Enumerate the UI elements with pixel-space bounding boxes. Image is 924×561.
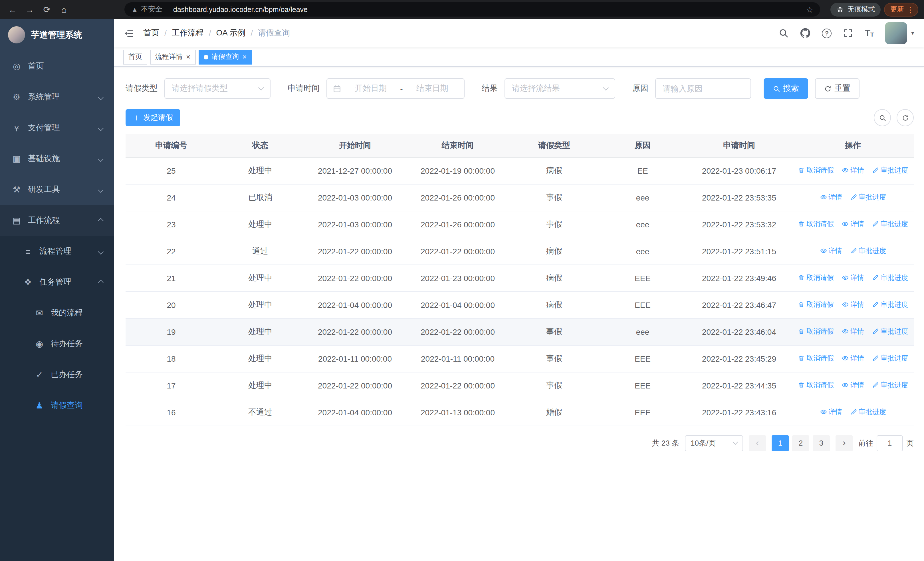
font-size-icon[interactable]: TT (865, 29, 874, 38)
progress-link[interactable]: 审批进度 (872, 381, 908, 390)
eye-icon (820, 194, 827, 201)
trash-icon (798, 167, 805, 174)
breadcrumb-item[interactable]: OA 示例 (216, 28, 246, 38)
calendar-icon (333, 84, 341, 93)
column-header-id: 申请编号 (126, 134, 217, 157)
cell-reason: eee (599, 238, 686, 265)
result-select[interactable]: 请选择流结果 (504, 78, 615, 99)
sidebar-item-my-process[interactable]: ✉我的流程 (0, 298, 114, 328)
reload-icon[interactable]: ⟳ (40, 3, 54, 16)
help-icon[interactable]: ? (822, 28, 831, 38)
create-leave-button[interactable]: 发起请假 (126, 109, 180, 126)
page-button-3[interactable]: 3 (813, 435, 830, 451)
reason-input[interactable] (655, 78, 751, 99)
edit-icon (872, 328, 879, 335)
sidebar-item-payment[interactable]: ¥支付管理 (0, 113, 114, 143)
cancel-link[interactable]: 取消请假 (798, 273, 834, 283)
refresh-icon (902, 114, 909, 122)
forward-icon[interactable]: → (23, 3, 36, 16)
cancel-link[interactable]: 取消请假 (798, 381, 834, 390)
bookmark-star-icon[interactable]: ☆ (806, 5, 813, 14)
cell-id: 18 (126, 345, 217, 372)
sidebar-item-leave-query[interactable]: ♟请假查询 (0, 390, 114, 421)
cell-reason: EEE (599, 265, 686, 291)
prev-page-button[interactable]: ‹ (749, 435, 766, 451)
detail-link[interactable]: 详情 (842, 165, 864, 175)
progress-link[interactable]: 审批进度 (872, 327, 908, 337)
sidebar-item-process-mgmt[interactable]: ≡流程管理 (0, 236, 114, 267)
cell-end: 2022-01-23 00:00:00 (406, 265, 509, 291)
chevron-down-icon (732, 439, 738, 445)
progress-link[interactable]: 审批进度 (850, 193, 886, 202)
sidebar-item-home[interactable]: ◎首页 (0, 51, 114, 82)
detail-link[interactable]: 详情 (820, 407, 842, 417)
address-bar[interactable]: ▲ 不安全 dashboard.yudao.iocoder.cn/bpm/oa/… (124, 2, 820, 17)
detail-link[interactable]: 详情 (820, 246, 842, 256)
detail-link[interactable]: 详情 (842, 327, 864, 337)
search-button[interactable]: 搜索 (764, 78, 808, 99)
chevron-left-icon: ‹ (756, 438, 759, 447)
update-button[interactable]: 更新 ⋮ (884, 3, 918, 16)
sidebar-item-done-tasks[interactable]: ✓已办任务 (0, 359, 114, 390)
cancel-link[interactable]: 取消请假 (798, 165, 834, 175)
detail-link[interactable]: 详情 (842, 220, 864, 229)
detail-link[interactable]: 详情 (842, 381, 864, 390)
sidebar-item-label: 研发工具 (28, 185, 60, 195)
leave-type-select[interactable]: 请选择请假类型 (164, 78, 270, 99)
progress-link[interactable]: 审批进度 (850, 246, 886, 256)
progress-link[interactable]: 审批进度 (872, 220, 908, 229)
progress-link[interactable]: 审批进度 (872, 273, 908, 283)
page-button-2[interactable]: 2 (792, 435, 809, 451)
close-icon[interactable]: × (242, 53, 246, 60)
caret-down-icon: ▼ (910, 30, 915, 36)
progress-link[interactable]: 审批进度 (872, 353, 908, 363)
sidebar-item-devtools[interactable]: ⚒研发工具 (0, 174, 114, 205)
detail-link[interactable]: 详情 (820, 193, 842, 202)
cancel-link[interactable]: 取消请假 (798, 220, 834, 229)
sidebar-item-workflow[interactable]: ▤工作流程 (0, 205, 114, 236)
sidebar-item-system[interactable]: ⚙系统管理 (0, 82, 114, 113)
progress-link[interactable]: 审批进度 (872, 165, 908, 175)
sidebar-item-todo-tasks[interactable]: ◉待办任务 (0, 328, 114, 359)
home-icon[interactable]: ⌂ (57, 3, 71, 16)
progress-link[interactable]: 审批进度 (850, 407, 886, 417)
github-icon[interactable] (800, 28, 810, 38)
back-icon[interactable]: ← (6, 3, 20, 16)
sidebar-item-infrastructure[interactable]: ▣基础设施 (0, 143, 114, 174)
next-page-button[interactable]: › (836, 435, 853, 451)
user-menu[interactable]: ▼ (885, 22, 915, 44)
detail-link[interactable]: 详情 (842, 273, 864, 283)
tab-home[interactable]: 首页 (123, 50, 147, 64)
cell-actions: 取消请假详情审批进度 (792, 265, 914, 291)
toggle-search-button[interactable] (874, 109, 891, 126)
logo[interactable]: 芋道管理系统 (0, 19, 114, 51)
cell-type: 病假 (509, 265, 599, 291)
goto-page-input[interactable] (877, 435, 903, 451)
apply-time-range-picker[interactable]: 开始日期 - 结束日期 (327, 78, 465, 99)
page-size-select[interactable]: 10条/页 (685, 435, 743, 451)
tags-bar: 首页流程详情×请假查询× (114, 47, 924, 67)
kebab-menu-icon[interactable]: ⋮ (906, 5, 914, 14)
cancel-link[interactable]: 取消请假 (798, 353, 834, 363)
search-icon[interactable] (778, 28, 789, 38)
tab-leave-query[interactable]: 请假查询× (198, 50, 252, 64)
progress-link[interactable]: 审批进度 (872, 300, 908, 310)
reset-button[interactable]: 重置 (815, 78, 860, 99)
breadcrumb-item[interactable]: 工作流程 (172, 28, 204, 38)
cell-applied: 2022-01-22 23:44:35 (686, 372, 792, 399)
detail-link[interactable]: 详情 (842, 353, 864, 363)
security-label: 不安全 (141, 5, 162, 14)
close-icon[interactable]: × (186, 53, 190, 60)
refresh-table-button[interactable] (897, 109, 914, 126)
sidebar-toggle-icon[interactable] (123, 28, 134, 39)
page-button-1[interactable]: 1 (772, 435, 789, 451)
sidebar-item-task-mgmt[interactable]: ❖任务管理 (0, 267, 114, 298)
cancel-link[interactable]: 取消请假 (798, 327, 834, 337)
detail-link[interactable]: 详情 (842, 300, 864, 310)
cancel-link[interactable]: 取消请假 (798, 300, 834, 310)
breadcrumb-item[interactable]: 首页 (143, 28, 159, 38)
result-placeholder: 请选择流结果 (512, 83, 560, 94)
fullscreen-icon[interactable] (843, 28, 853, 38)
tab-process-detail[interactable]: 流程详情× (150, 50, 195, 64)
sidebar-item-label: 支付管理 (28, 123, 60, 133)
